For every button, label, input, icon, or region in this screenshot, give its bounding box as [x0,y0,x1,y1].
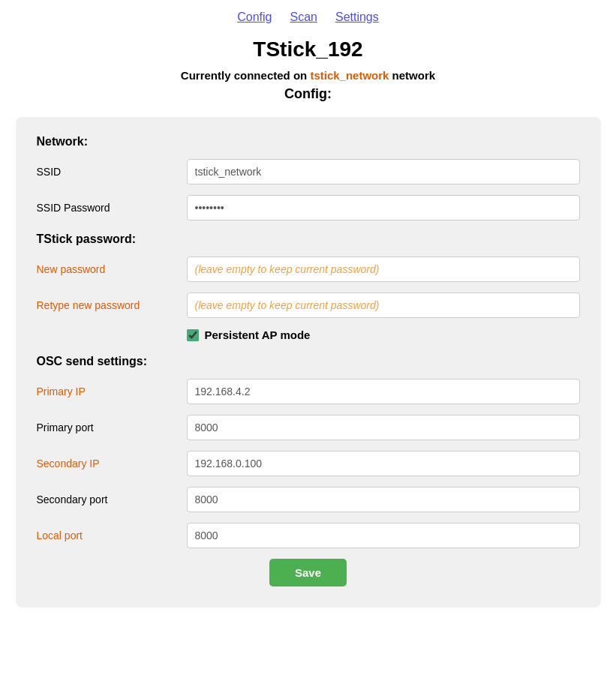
new-password-input[interactable] [187,256,580,282]
osc-section-label: OSC send settings: [37,355,580,368]
ssid-input[interactable] [187,159,580,184]
connected-suffix: network [389,69,435,82]
primary-ip-input[interactable] [187,379,580,404]
local-port-label: Local port [37,530,187,542]
primary-port-input[interactable] [187,415,580,440]
page-title: TStick_192 [253,38,362,62]
top-nav: Config Scan Settings [0,0,616,32]
ssid-password-input[interactable] [187,195,580,220]
network-section-label: Network: [37,135,580,148]
config-heading: Config: [284,86,332,102]
nav-config[interactable]: Config [237,10,272,24]
retype-password-row: Retype new password [37,292,580,318]
save-row: Save [37,559,580,586]
primary-port-row: Primary port [37,415,580,440]
nav-settings[interactable]: Settings [335,10,379,24]
local-port-row: Local port [37,523,580,548]
ssid-label: SSID [37,166,187,178]
local-port-input[interactable] [187,523,580,548]
new-password-row: New password [37,256,580,282]
primary-port-label: Primary port [37,422,187,434]
save-button[interactable]: Save [269,559,347,586]
retype-password-input[interactable] [187,292,580,318]
secondary-ip-row: Secondary IP [37,451,580,476]
primary-ip-label: Primary IP [37,386,187,398]
ssid-row: SSID [37,159,580,184]
connected-status: Currently connected on tstick_network ne… [181,69,435,82]
retype-password-label: Retype new password [37,299,187,311]
secondary-port-label: Secondary port [37,494,187,506]
tstick-password-section-label: TStick password: [37,232,580,246]
connected-network-name: tstick_network [310,69,389,82]
config-panel: Network: SSID SSID Password TStick passw… [16,117,601,608]
ssid-password-row: SSID Password [37,195,580,220]
persistent-ap-label: Persistent AP mode [205,328,311,341]
persistent-ap-row: Persistent AP mode [187,328,580,341]
ssid-password-label: SSID Password [37,202,187,214]
secondary-port-input[interactable] [187,487,580,512]
nav-scan[interactable]: Scan [290,10,317,24]
persistent-ap-checkbox[interactable] [187,329,199,341]
secondary-ip-input[interactable] [187,451,580,476]
secondary-ip-label: Secondary IP [37,458,187,470]
primary-ip-row: Primary IP [37,379,580,404]
new-password-label: New password [37,263,187,275]
connected-prefix: Currently connected on [181,69,311,82]
secondary-port-row: Secondary port [37,487,580,512]
